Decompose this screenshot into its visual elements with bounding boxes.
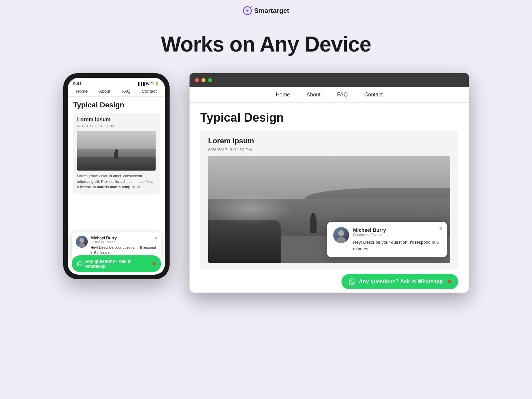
ocean-scene-phone: [77, 131, 156, 171]
browser-avatar: [333, 227, 349, 243]
phone-wa-popup: × Michael Burry Business Owner Hey! Desc…: [72, 232, 161, 259]
browser-page-inner: Typical Design Lorem ipsum 6/26/2017, 6:…: [190, 103, 469, 293]
logo-text: Smartarget: [254, 7, 289, 15]
wifi-icon: WiFi: [146, 82, 154, 86]
browser-card: Lorem ipsum 6/26/2017, 6:01:59 PM: [200, 130, 458, 269]
browser-wa-notification-dot: [448, 280, 451, 283]
figure-desktop: [310, 213, 317, 233]
browser-nav: Home About FAQ Contact: [190, 87, 469, 103]
phone-wa-close-button[interactable]: ×: [155, 235, 158, 240]
svg-point-6: [78, 243, 85, 248]
smartarget-logo-icon: [243, 6, 252, 15]
desktop-device: Home About FAQ Contact Typical Design Lo…: [190, 73, 469, 293]
figure-phone: [114, 149, 118, 159]
phone-page-title: Typical Design: [73, 101, 160, 109]
phone-wa-info: Michael Burry Business Owner Hey! Descri…: [90, 236, 157, 255]
phone-device: 9:41 ▐▐▐ WiFi 🔋 Home About FAQ Contact: [63, 73, 170, 279]
phone-nav-faq[interactable]: FAQ: [122, 89, 130, 94]
browser-wa-popup: × Michael Burry: [327, 222, 447, 257]
phone-nav-about[interactable]: About: [99, 89, 110, 94]
phone-frame: 9:41 ▐▐▐ WiFi 🔋 Home About FAQ Contact: [63, 73, 170, 279]
main-headline: Works on Any Device: [161, 32, 371, 57]
phone-card-text: Lorem ipsum dolor sit amet, consectetur …: [77, 173, 156, 190]
avatar-image-phone: [76, 236, 88, 248]
phone-wa-notification-dot: [153, 262, 156, 265]
phone-wa-role: Business Owner: [90, 240, 157, 244]
phone-time: 9:41: [73, 81, 82, 86]
svg-point-5: [79, 238, 84, 243]
phone-card-date: 6/26/2017, 6:01:59 PM: [77, 124, 156, 128]
browser-wa-button[interactable]: Any questions? Ask in Whatsapp: [341, 274, 458, 289]
browser-dot-yellow[interactable]: [201, 78, 205, 82]
signal-icon: ▐▐▐: [137, 82, 144, 86]
browser-card-title: Lorem ipsum: [208, 137, 450, 145]
phone-wa-message: Hey! Describe your question, I'll respon…: [90, 245, 157, 255]
svg-point-7: [338, 230, 344, 236]
phone-wa-button-label: Any questions? Ask in Whatsapp: [85, 259, 150, 269]
browser-page: Typical Design Lorem ipsum 6/26/2017, 6:…: [190, 103, 469, 269]
whatsapp-icon-phone: [77, 261, 82, 266]
browser-wa-message: Hey! Describe your question, I'll respon…: [353, 239, 441, 252]
phone-screen: 9:41 ▐▐▐ WiFi 🔋 Home About FAQ Contact: [68, 78, 165, 275]
phone-card-title: Lorem ipsum: [77, 117, 156, 123]
phone-avatar: [76, 236, 88, 248]
browser-wa-name: Michael Burry: [353, 227, 441, 233]
sky-phone: [77, 131, 156, 149]
browser-nav-faq[interactable]: FAQ: [337, 92, 348, 98]
browser-wa-button-area: Any questions? Ask in Whatsapp: [190, 269, 469, 293]
browser-nav-about[interactable]: About: [307, 92, 321, 98]
phone-content: Typical Design Lorem ipsum 6/26/2017, 6:…: [68, 97, 165, 275]
devices-container: 9:41 ▐▐▐ WiFi 🔋 Home About FAQ Contact: [0, 73, 532, 293]
rocks-phone: [77, 157, 156, 171]
browser-wa-role: Business Owner: [353, 233, 441, 237]
browser-frame: Home About FAQ Contact Typical Design Lo…: [190, 73, 469, 293]
phone-nav-contact[interactable]: Contact: [142, 89, 157, 94]
phone-wa-button[interactable]: Any questions? Ask in Whatsapp: [72, 255, 161, 272]
browser-dot-red[interactable]: [195, 78, 199, 82]
browser-card-date: 6/26/2017, 6:01:59 PM: [208, 147, 450, 152]
rocks-desktop: [208, 220, 281, 263]
svg-point-2: [247, 10, 248, 12]
splash-desktop: [208, 194, 293, 225]
phone-card: Lorem ipsum 6/26/2017, 6:01:59 PM Lor: [73, 113, 160, 194]
browser-wa-close-button[interactable]: ×: [439, 226, 442, 232]
phone-status-bar: 9:41 ▐▐▐ WiFi 🔋: [68, 78, 165, 87]
phone-wa-name: Michael Burry: [90, 236, 157, 240]
browser-nav-home[interactable]: Home: [276, 92, 290, 98]
logo: Smartarget: [243, 6, 289, 15]
phone-card-image: [77, 131, 156, 171]
browser-wa-info: Michael Burry Business Owner Hey! Descri…: [353, 227, 441, 252]
top-bar: Smartarget: [0, 0, 532, 19]
battery-icon: 🔋: [155, 81, 160, 86]
browser-content: Home About FAQ Contact Typical Design Lo…: [190, 87, 469, 293]
phone-status-icons: ▐▐▐ WiFi 🔋: [137, 81, 160, 86]
whatsapp-icon-browser: [349, 278, 355, 285]
svg-point-8: [336, 237, 346, 243]
browser-wa-button-label: Any questions? Ask in Whatsapp: [359, 279, 443, 285]
browser-page-title: Typical Design: [200, 111, 458, 125]
avatar-image-browser: [333, 227, 349, 243]
phone-nav-home[interactable]: Home: [76, 89, 88, 94]
phone-nav: Home About FAQ Contact: [68, 87, 165, 97]
browser-dot-green[interactable]: [208, 78, 212, 82]
browser-bar: [190, 73, 469, 87]
browser-nav-contact[interactable]: Contact: [364, 92, 383, 98]
browser-card-image: × Michael Burry: [208, 156, 450, 263]
